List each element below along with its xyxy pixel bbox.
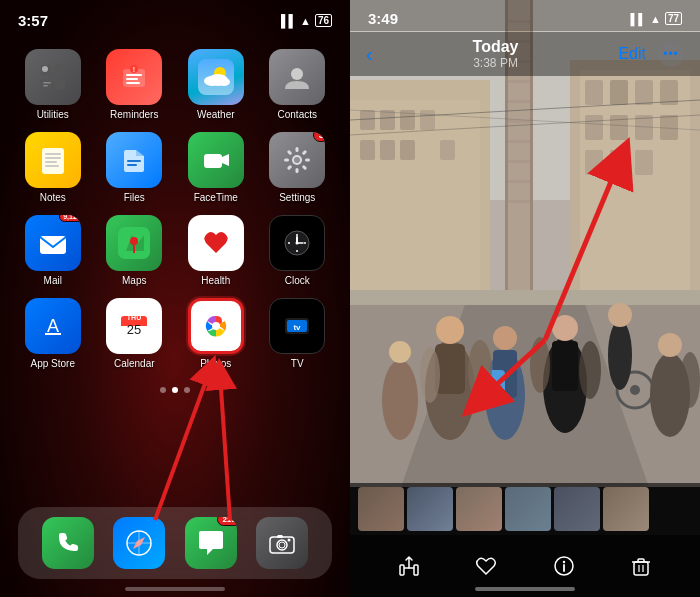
app-label-clock: Clock xyxy=(285,275,310,286)
camera-svg xyxy=(267,528,297,558)
app-clock[interactable]: Clock xyxy=(263,215,333,286)
app-photos[interactable]: Photos xyxy=(181,298,251,369)
photos-title-area: Today 3:38 PM xyxy=(473,38,519,70)
mail-badge: 9,128 xyxy=(59,215,81,222)
app-notes[interactable]: Notes xyxy=(18,132,88,203)
photos-edit-button[interactable]: Edit xyxy=(618,45,646,63)
thumb-1[interactable] xyxy=(358,487,404,531)
svg-rect-10 xyxy=(126,82,140,84)
app-label-notes: Notes xyxy=(40,192,66,203)
share-button[interactable] xyxy=(389,546,429,586)
app-label-tv: TV xyxy=(291,358,304,369)
dock-camera[interactable] xyxy=(256,517,308,569)
app-icon-appstore: A xyxy=(25,298,81,354)
svg-rect-34 xyxy=(296,168,299,173)
phone-svg xyxy=(53,528,83,558)
status-icons-right2: ▌▌ ▲ 77 xyxy=(630,12,682,25)
settings-svg xyxy=(281,144,313,176)
dock-camera-icon xyxy=(256,517,308,569)
photos-header-actions: Edit ••• xyxy=(618,41,684,67)
photos-back-button[interactable]: ‹ xyxy=(366,43,373,66)
dot-1 xyxy=(160,387,166,393)
app-label-contacts: Contacts xyxy=(278,109,317,120)
svg-rect-5 xyxy=(43,82,51,84)
phone-right: 3:49 ▌▌ ▲ 77 ‹ Today 3:38 PM Edit ••• xyxy=(350,0,700,597)
svg-rect-8 xyxy=(126,74,142,76)
app-icon-utilities xyxy=(25,49,81,105)
svg-rect-145 xyxy=(414,565,418,575)
svg-line-142 xyxy=(545,160,620,340)
app-label-reminders: Reminders xyxy=(110,109,158,120)
dock-phone[interactable] xyxy=(42,517,94,569)
svg-rect-30 xyxy=(296,147,299,152)
app-utilities[interactable]: Utilities xyxy=(18,49,88,120)
app-tv[interactable]: tv TV xyxy=(263,298,333,369)
app-icon-reminders: ! xyxy=(106,49,162,105)
info-button[interactable] xyxy=(544,546,584,586)
app-settings[interactable]: 3 Settings xyxy=(263,132,333,203)
svg-point-40 xyxy=(130,237,138,245)
app-files[interactable]: Files xyxy=(100,132,170,203)
svg-rect-2 xyxy=(41,79,51,89)
svg-marker-27 xyxy=(222,154,229,166)
dock-messages[interactable]: 213 xyxy=(185,517,237,569)
dock-messages-icon: 213 xyxy=(185,517,237,569)
page-dots xyxy=(0,387,350,393)
maps-svg xyxy=(118,227,150,259)
app-label-photos: Photos xyxy=(200,358,231,369)
svg-rect-25 xyxy=(127,164,137,166)
svg-text:tv: tv xyxy=(294,323,302,332)
app-icon-tv: tv xyxy=(269,298,325,354)
app-icon-files xyxy=(106,132,162,188)
svg-point-57 xyxy=(212,322,220,330)
svg-text:25: 25 xyxy=(127,322,141,337)
app-mail[interactable]: 9,128 Mail xyxy=(18,215,88,286)
dock-safari[interactable] xyxy=(113,517,165,569)
wifi-icon: ▲ xyxy=(300,15,311,27)
photos-subtitle: 3:38 PM xyxy=(473,56,519,70)
delete-button[interactable] xyxy=(621,546,661,586)
app-facetime[interactable]: FaceTime xyxy=(181,132,251,203)
thumb-2[interactable] xyxy=(407,487,453,531)
signal-icon: ▌▌ xyxy=(281,14,296,28)
svg-rect-23 xyxy=(45,165,59,167)
app-icon-health xyxy=(188,215,244,271)
thumb-4[interactable] xyxy=(505,487,551,531)
app-icon-weather xyxy=(188,49,244,105)
thumb-6[interactable] xyxy=(603,487,649,531)
status-bar-right: 3:49 ▌▌ ▲ 77 xyxy=(350,0,700,31)
thumb-5[interactable] xyxy=(554,487,600,531)
svg-point-17 xyxy=(218,78,230,86)
app-health[interactable]: Health xyxy=(181,215,251,286)
app-label-utilities: Utilities xyxy=(37,109,69,120)
svg-point-70 xyxy=(288,539,291,542)
app-appstore[interactable]: A App Store xyxy=(18,298,88,369)
svg-point-68 xyxy=(279,542,285,548)
messages-badge: 213 xyxy=(217,517,236,526)
battery-icon: 76 xyxy=(315,14,332,27)
reminders-svg: ! xyxy=(118,61,150,93)
thumb-3[interactable] xyxy=(456,487,502,531)
contacts-svg xyxy=(281,61,313,93)
app-grid: Utilities ! Reminders xyxy=(0,39,350,379)
svg-rect-69 xyxy=(277,535,283,538)
app-reminders[interactable]: ! Reminders xyxy=(100,49,170,120)
dot-2 xyxy=(172,387,178,393)
svg-rect-35 xyxy=(287,165,293,171)
app-weather[interactable]: Weather xyxy=(181,49,251,120)
app-icon-notes xyxy=(25,132,81,188)
svg-point-49 xyxy=(296,242,299,245)
app-maps[interactable]: Maps xyxy=(100,215,170,286)
health-svg xyxy=(200,227,232,259)
app-calendar[interactable]: THU 25 Calendar xyxy=(100,298,170,369)
appstore-svg: A xyxy=(37,310,69,342)
trash-icon xyxy=(629,554,653,578)
app-contacts[interactable]: Contacts xyxy=(263,49,333,120)
photos-more-button[interactable]: ••• xyxy=(658,41,684,67)
status-bar-left: 3:57 ▌▌ ▲ 76 xyxy=(0,0,350,33)
svg-line-143 xyxy=(480,340,545,400)
dock-safari-icon xyxy=(113,517,165,569)
favorite-button[interactable] xyxy=(466,546,506,586)
heart-icon xyxy=(474,554,498,578)
info-icon xyxy=(552,554,576,578)
